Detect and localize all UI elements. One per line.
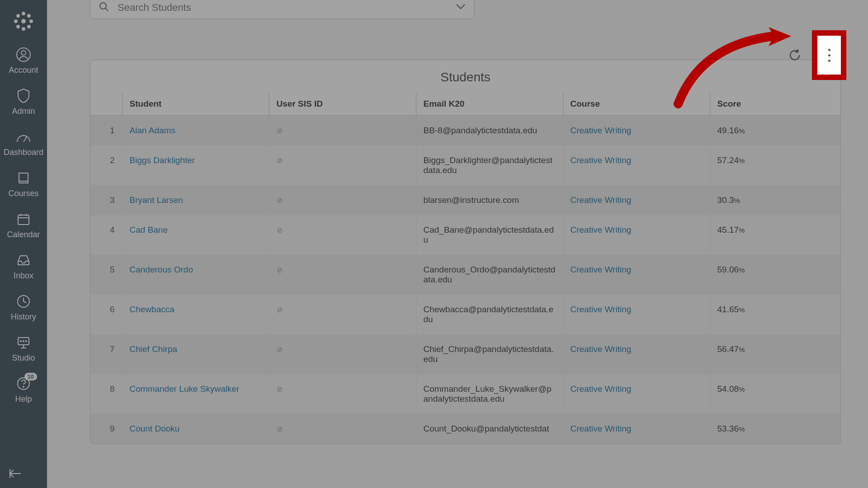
- header-sis[interactable]: User SIS ID: [269, 93, 416, 116]
- sidebar-item-history[interactable]: History: [0, 287, 47, 328]
- sidebar-item-help[interactable]: 10Help: [0, 369, 47, 410]
- student-cell: Alan Adams: [122, 116, 269, 146]
- course-link[interactable]: Creative Writing: [571, 384, 632, 394]
- svg-point-6: [28, 14, 30, 17]
- student-link[interactable]: Bryant Larsen: [130, 195, 183, 205]
- svg-point-5: [17, 14, 19, 17]
- row-number: 4: [90, 215, 122, 255]
- refresh-icon: [788, 48, 802, 62]
- student-cell: Chewbacca: [122, 295, 269, 334]
- score-cell: 56.47%: [710, 334, 840, 374]
- empty-icon: ⊘: [277, 226, 283, 234]
- sidebar-item-label: Admin: [12, 107, 35, 116]
- header-email[interactable]: Email K20: [416, 93, 563, 116]
- sis-cell: ⊘: [269, 295, 416, 334]
- score-cell: 49.16%: [710, 116, 840, 146]
- students-table-panel: Students Student User SIS ID Email K20 C…: [90, 60, 841, 444]
- inbox-icon: [15, 252, 32, 268]
- svg-point-25: [23, 386, 24, 387]
- chevron-down-icon[interactable]: [456, 4, 466, 12]
- svg-point-0: [21, 19, 26, 23]
- student-link[interactable]: Cad Bane: [130, 225, 168, 235]
- email-cell: Biggs_Darklighter@pandalytictestdata.edu: [416, 145, 563, 185]
- row-number: 2: [90, 145, 122, 185]
- collapse-nav-button[interactable]: [0, 459, 47, 488]
- email-cell: Chewbacca@pandalytictestdata.edu: [416, 295, 563, 334]
- email-cell: Canderous_Ordo@pandalytictestdata.edu: [416, 255, 563, 295]
- course-link[interactable]: Creative Writing: [571, 265, 632, 274]
- table-row: 9Count Dooku⊘Count_Dooku@pandalytictestd…: [90, 414, 840, 444]
- sidebar-badge: 10: [24, 373, 37, 380]
- student-link[interactable]: Commander Luke Skywalker: [130, 384, 240, 394]
- sis-cell: ⊘: [269, 145, 416, 185]
- score-cell: 45.17%: [710, 215, 840, 255]
- search-input[interactable]: [118, 2, 456, 14]
- course-cell: Creative Writing: [563, 185, 710, 215]
- course-cell: Creative Writing: [563, 215, 710, 255]
- sis-cell: ⊘: [269, 334, 416, 374]
- row-number: 8: [90, 374, 122, 414]
- header-score[interactable]: Score: [710, 93, 840, 116]
- search-icon: [99, 1, 109, 14]
- sidebar-item-calendar[interactable]: Calendar: [0, 205, 47, 246]
- score-cell: 54.08%: [710, 374, 840, 414]
- student-link[interactable]: Count Dooku: [130, 424, 180, 433]
- search-students-field[interactable]: [90, 0, 474, 19]
- student-link[interactable]: Canderous Ordo: [130, 265, 193, 274]
- sidebar-item-label: Help: [15, 394, 32, 404]
- more-options-button[interactable]: [820, 39, 838, 71]
- svg-point-28: [100, 3, 106, 9]
- sidebar-item-courses[interactable]: Courses: [0, 164, 47, 205]
- student-link[interactable]: Chief Chirpa: [130, 344, 178, 354]
- canvas-logo-icon: [14, 11, 33, 31]
- sidebar-item-studio[interactable]: Studio: [0, 328, 47, 369]
- sidebar-item-account[interactable]: Account: [0, 40, 47, 81]
- sidebar-item-label: Calendar: [7, 230, 40, 239]
- svg-point-2: [22, 28, 25, 30]
- student-cell: Cad Bane: [122, 215, 269, 255]
- app-logo: [0, 5, 47, 40]
- sis-cell: ⊘: [269, 185, 416, 215]
- score-cell: 53.36%: [710, 414, 840, 444]
- header-student[interactable]: Student: [122, 93, 269, 116]
- course-link[interactable]: Creative Writing: [571, 305, 632, 314]
- studio-icon: [15, 334, 32, 351]
- row-number: 5: [90, 255, 122, 295]
- header-rownum: [90, 93, 122, 116]
- course-link[interactable]: Creative Writing: [571, 424, 632, 433]
- course-link[interactable]: Creative Writing: [571, 344, 632, 354]
- course-link[interactable]: Creative Writing: [571, 155, 632, 165]
- empty-icon: ⊘: [277, 266, 283, 274]
- sidebar-item-dashboard[interactable]: Dashboard: [0, 122, 47, 164]
- email-cell: Cad_Bane@pandalytictestdata.edu: [416, 215, 563, 255]
- course-cell: Creative Writing: [563, 334, 710, 374]
- sidebar-item-inbox[interactable]: Inbox: [0, 246, 47, 287]
- student-link[interactable]: Alan Adams: [130, 126, 175, 135]
- course-link[interactable]: Creative Writing: [571, 195, 632, 205]
- svg-point-7: [17, 25, 19, 28]
- student-link[interactable]: Biggs Darklighter: [130, 155, 195, 165]
- collapse-icon: [9, 468, 23, 479]
- empty-icon: ⊘: [277, 425, 283, 433]
- table-row: 6Chewbacca⊘Chewbacca@pandalytictestdata.…: [90, 295, 840, 334]
- sidebar-item-label: Dashboard: [4, 148, 43, 157]
- course-link[interactable]: Creative Writing: [571, 225, 632, 235]
- table-row: 8Commander Luke Skywalker⊘Commander_Luke…: [90, 374, 840, 414]
- score-cell: 30.3%: [710, 185, 840, 215]
- header-course[interactable]: Course: [563, 93, 710, 116]
- sidebar-item-admin[interactable]: Admin: [0, 81, 47, 122]
- row-number: 3: [90, 185, 122, 215]
- gauge-icon: [15, 129, 32, 145]
- course-link[interactable]: Creative Writing: [571, 126, 632, 135]
- email-cell: blarsen@instructure.com: [416, 185, 563, 215]
- table-row: 4Cad Bane⊘Cad_Bane@pandalytictestdata.ed…: [90, 215, 840, 255]
- sis-cell: ⊘: [269, 414, 416, 444]
- email-cell: Commander_Luke_Skywalker@pandalytictestd…: [416, 374, 563, 414]
- student-cell: Biggs Darklighter: [122, 145, 269, 185]
- refresh-button[interactable]: [786, 46, 804, 64]
- student-link[interactable]: Chewbacca: [130, 305, 175, 314]
- students-table: Student User SIS ID Email K20 Course Sco…: [90, 93, 840, 444]
- sidebar-item-label: Inbox: [14, 271, 33, 281]
- sis-cell: ⊘: [269, 374, 416, 414]
- table-title: Students: [90, 60, 840, 93]
